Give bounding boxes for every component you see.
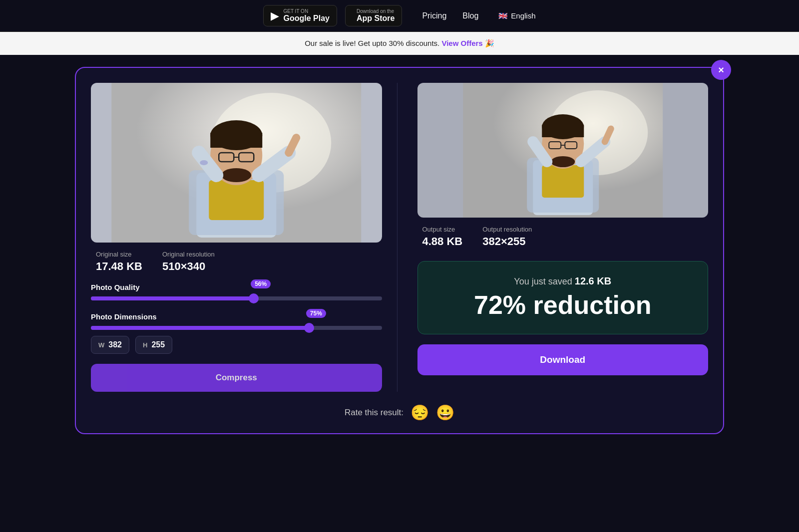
flag-icon: 🇬🇧 — [498, 11, 508, 20]
sale-text: Our sale is live! Get upto 30% discounts… — [305, 39, 439, 47]
photo-dimensions-track[interactable]: 75% — [91, 326, 382, 330]
original-resolution-label: Original resolution — [162, 251, 215, 258]
photo-quality-label: Photo Quality — [91, 283, 382, 291]
language-label: English — [511, 11, 535, 20]
photo-dimensions-pct: 75% — [306, 309, 326, 318]
app-store-button[interactable]: Download on the App Store — [345, 5, 402, 26]
compress-modal: × — [75, 67, 724, 434]
width-label: W — [98, 341, 104, 349]
svg-rect-20 — [542, 165, 584, 198]
svg-rect-4 — [209, 180, 264, 220]
sad-emoji[interactable]: 😔 — [410, 404, 429, 421]
google-play-name: Google Play — [283, 14, 329, 23]
svg-rect-7 — [210, 133, 262, 148]
output-image-svg — [417, 83, 709, 218]
view-offers-link[interactable]: View Offers 🎉 — [441, 39, 494, 47]
sale-banner: Our sale is live! Get upto 30% discounts… — [0, 32, 799, 55]
navbar: ▶ GET IT ON Google Play Download on the … — [0, 0, 799, 32]
output-image-preview — [417, 83, 709, 218]
original-resolution-item: Original resolution 510×340 — [162, 251, 215, 273]
height-input[interactable]: H 255 — [135, 336, 172, 354]
original-size-value: 17.48 KB — [96, 260, 142, 273]
photo-dimensions-section: Photo Dimensions 75% W 382 — [91, 312, 382, 354]
close-button[interactable]: × — [711, 60, 731, 80]
original-meta-row: Original size 17.48 KB Original resoluti… — [91, 251, 382, 273]
width-input[interactable]: W 382 — [91, 336, 129, 354]
compress-button[interactable]: Compress — [91, 364, 382, 392]
height-value: 255 — [151, 340, 165, 349]
pricing-link[interactable]: Pricing — [422, 11, 446, 20]
svg-point-8 — [221, 168, 251, 182]
original-resolution-value: 510×340 — [162, 260, 215, 273]
output-size-value: 4.88 KB — [422, 235, 463, 248]
original-image-svg — [91, 83, 382, 243]
savings-card: You just saved 12.6 KB 72% reduction — [417, 261, 709, 334]
google-play-icon: ▶ — [271, 9, 279, 22]
original-image-preview — [91, 83, 382, 243]
app-store-sub: Download on the — [357, 8, 395, 14]
svg-rect-23 — [542, 125, 584, 137]
photo-quality-section: Photo Quality 56% — [91, 283, 382, 300]
google-play-button[interactable]: ▶ GET IT ON Google Play — [263, 5, 337, 26]
photo-quality-fill: 56% — [91, 296, 254, 300]
photo-quality-track[interactable]: 56% — [91, 296, 382, 300]
photo-dimensions-label: Photo Dimensions — [91, 312, 382, 321]
right-panel: Output size 4.88 KB Output resolution 38… — [398, 83, 709, 392]
rate-label: Rate this result: — [345, 408, 403, 418]
rate-row: Rate this result: 😔 😀 — [91, 404, 708, 421]
language-selector[interactable]: 🇬🇧 English — [498, 11, 535, 20]
left-panel: Original size 17.48 KB Original resoluti… — [91, 83, 398, 392]
photo-quality-pct: 56% — [251, 279, 271, 288]
output-resolution-value: 382×255 — [482, 235, 532, 248]
photo-quality-thumb: 56% — [249, 293, 259, 303]
output-size-label: Output size — [422, 226, 463, 233]
output-size-item: Output size 4.88 KB — [422, 226, 463, 248]
google-play-sub: GET IT ON — [283, 8, 329, 14]
dimension-inputs: W 382 H 255 — [91, 336, 382, 354]
app-store-name: App Store — [357, 14, 395, 23]
savings-amount: 12.6 KB — [575, 275, 611, 286]
nav-links: Pricing Blog 🇬🇧 English — [422, 11, 535, 20]
width-value: 382 — [108, 340, 122, 349]
photo-dimensions-thumb: 75% — [304, 323, 314, 333]
download-button[interactable]: Download — [417, 344, 709, 375]
panels: Original size 17.48 KB Original resoluti… — [91, 83, 708, 392]
savings-prefix: You just saved — [514, 276, 572, 286]
savings-line1: You just saved 12.6 KB — [430, 275, 696, 287]
happy-emoji[interactable]: 😀 — [436, 404, 454, 421]
original-size-item: Original size 17.48 KB — [96, 251, 142, 273]
main-container: × — [0, 55, 799, 446]
output-resolution-label: Output resolution — [482, 226, 532, 233]
svg-point-15 — [200, 160, 208, 165]
output-meta-row: Output size 4.88 KB Output resolution 38… — [417, 218, 709, 256]
output-resolution-item: Output resolution 382×255 — [482, 226, 532, 248]
original-size-label: Original size — [96, 251, 142, 258]
svg-point-24 — [551, 156, 575, 167]
savings-percent: 72% reduction — [430, 290, 696, 320]
height-label: H — [143, 341, 147, 349]
blog-link[interactable]: Blog — [462, 11, 478, 20]
photo-dimensions-fill: 75% — [91, 326, 309, 330]
